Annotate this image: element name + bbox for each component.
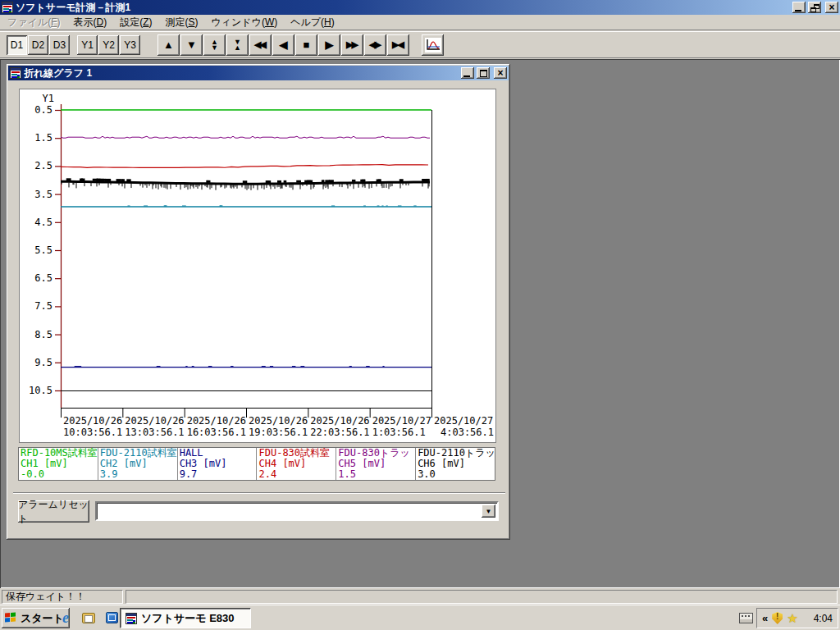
quick-launch-bar: e [57,609,120,626]
graph-window: 折れ線グラフ 1 × Y10.51.52.53.54.55.56.57.58.5… [7,64,510,540]
axis-y1-button[interactable]: Y1 [77,35,98,55]
display-d2-button[interactable]: D2 [28,35,48,55]
svg-text:7.5: 7.5 [34,300,52,312]
status-message: 保存ウェイト！！ [2,590,123,604]
legend-cell-ch2: FDU-2110試料室CH2 [mV]3.9 [98,448,177,480]
svg-text:0.5: 0.5 [34,104,52,116]
svg-text:5.5: 5.5 [34,244,52,256]
menu-item-file: ファイル(F) [1,14,66,31]
legend-cell-ch3: HALLCH3 [mV]9.7 [177,448,257,480]
svg-text:2025/10/26: 2025/10/26 [249,415,308,427]
svg-text:22:03:56.1: 22:03:56.1 [310,427,369,438]
desktop: ソフトサーモ計測－計測1 × ファイル(F)表示(D)設定(Z)測定(S)ウィン… [0,0,840,630]
svg-text:2025/10/26: 2025/10/26 [310,415,369,427]
minimize-button[interactable] [792,2,806,13]
menu-item-view[interactable]: 表示(D) [66,14,113,31]
svg-text:6.5: 6.5 [34,272,52,284]
legend-cell-ch4: FDU-830試料室CH4 [mV]2.4 [256,448,336,480]
status-panel-secondary [126,590,838,604]
restore-button[interactable] [808,2,821,13]
axis-y3-button[interactable]: Y3 [120,35,140,55]
menu-item-help[interactable]: ヘルプ(H) [284,14,341,31]
svg-text:10:03:56.1: 10:03:56.1 [63,427,122,438]
svg-text:2025/10/26: 2025/10/26 [187,415,246,427]
menu-item-measure[interactable]: 測定(S) [158,14,204,31]
tray-clock: 4:04 [814,613,833,624]
menu-item-settings[interactable]: 設定(Z) [113,14,158,31]
svg-text:1.5: 1.5 [34,132,52,144]
svg-text:2025/10/26: 2025/10/26 [125,415,184,427]
line-chart-svg: Y10.51.52.53.54.55.56.57.58.59.510.52025… [20,89,495,442]
svg-text:19:03:56.1: 19:03:56.1 [249,427,308,438]
scroll-down-button[interactable]: ▼ [180,34,203,56]
alarm-combo-input[interactable] [98,504,481,518]
task-app-icon [126,613,137,624]
legend-cell-ch1: RFD-10MS試料室CH1 [mV]-0.0 [19,448,98,480]
system-tray: « ★ 4:04 [756,608,838,628]
axis-y2-button[interactable]: Y2 [98,35,119,55]
graph-minimize-button[interactable] [461,67,474,79]
graph-maximize-button[interactable] [477,67,490,79]
step-backward-button[interactable]: ◀ [272,34,294,56]
main-titlebar: ソフトサーモ計測－計測1 × [0,0,840,15]
svg-text:4.5: 4.5 [34,217,52,228]
compress-horizontal-button[interactable]: ▶◀ [387,34,409,56]
graph-window-title: 折れ線グラフ 1 [24,66,459,80]
svg-text:10.5: 10.5 [29,385,52,396]
graph-settings-button[interactable] [422,34,444,56]
toolbar: D1D2D3 Y1Y2Y3 ▲▼▲▼▼▲◀◀◀■▶▶▶◀▶▶◀ [0,31,840,58]
star-icon[interactable]: ★ [787,612,797,624]
outlook-express-icon[interactable] [103,609,120,626]
alarm-combo[interactable]: ▼ [95,501,499,521]
show-desktop-icon[interactable] [80,609,97,626]
fast-backward-button[interactable]: ◀◀ [249,34,272,56]
svg-text:8.5: 8.5 [34,329,52,340]
alarm-reset-button[interactable]: アラームリセット [18,500,89,523]
internet-explorer-icon[interactable]: e [57,609,74,626]
line-chart: Y10.51.52.53.54.55.56.57.58.59.510.52025… [19,89,496,443]
display-d3-button[interactable]: D3 [49,35,70,55]
graph-window-icon [10,67,21,79]
svg-text:2025/10/27: 2025/10/27 [434,415,493,427]
scroll-up-button[interactable]: ▲ [158,34,180,56]
svg-text:Y1: Y1 [43,93,54,104]
menubar: ファイル(F)表示(D)設定(Z)測定(S)ウィンドウ(W)ヘルプ(H) [0,15,840,30]
alarm-reset-label: アラームリセット [18,498,89,526]
task-app-button[interactable]: ソフトサーモ E830 [120,608,251,628]
close-button[interactable]: × [825,2,838,13]
expand-horizontal-button[interactable]: ◀▶ [364,34,386,56]
stop-button[interactable]: ■ [295,34,317,56]
channel-legend: RFD-10MS試料室CH1 [mV]-0.0FDU-2110試料室CH2 [m… [18,447,495,481]
fast-forward-button[interactable]: ▶▶ [341,34,363,56]
statusbar: 保存ウェイト！！ [0,588,840,605]
legend-cell-ch5: FDU-830トラッCH5 [mV]1.5 [336,448,415,480]
step-forward-button[interactable]: ▶ [318,34,340,56]
app-icon [2,2,13,13]
taskbar: スタート e ソフトサーモ E830 « ★ 4:04 [0,605,840,630]
svg-text:9.5: 9.5 [34,357,52,368]
compress-vertical-button[interactable]: ▼▲ [226,34,249,56]
svg-text:1:03:56.1: 1:03:56.1 [372,427,426,438]
tray-chevron[interactable]: « [762,612,768,624]
view-button-group: D1D2D3 [7,35,70,55]
svg-text:3.5: 3.5 [34,189,52,200]
graph-body: Y10.51.52.53.54.55.56.57.58.59.510.52025… [8,80,509,538]
display-d1-button[interactable]: D1 [7,35,27,55]
expand-vertical-button[interactable]: ▲▼ [203,34,226,56]
svg-text:2025/10/27: 2025/10/27 [372,415,431,427]
legend-cell-ch6: FDU-2110トラッCH6 [mV]3.0 [415,448,495,480]
svg-text:16:03:56.1: 16:03:56.1 [187,427,246,438]
security-shield-icon[interactable] [772,612,783,624]
keyboard-icon[interactable] [739,613,753,623]
combo-dropdown-button[interactable]: ▼ [482,504,495,518]
nav-button-group: ▲▼▲▼▼▲◀◀◀■▶▶▶◀▶▶◀ [158,34,409,56]
svg-text:2025/10/26: 2025/10/26 [63,415,122,427]
task-app-label: ソフトサーモ E830 [141,611,235,626]
graph-close-button[interactable]: × [494,67,507,79]
mdi-area: 折れ線グラフ 1 × Y10.51.52.53.54.55.56.57.58.5… [0,59,840,588]
graph-titlebar: 折れ線グラフ 1 × [8,66,509,80]
menu-item-window[interactable]: ウィンドウ(W) [205,14,285,31]
graph-icon [425,38,441,52]
axis-button-group: Y1Y2Y3 [77,35,140,55]
svg-text:4:03:56.1: 4:03:56.1 [441,427,494,438]
